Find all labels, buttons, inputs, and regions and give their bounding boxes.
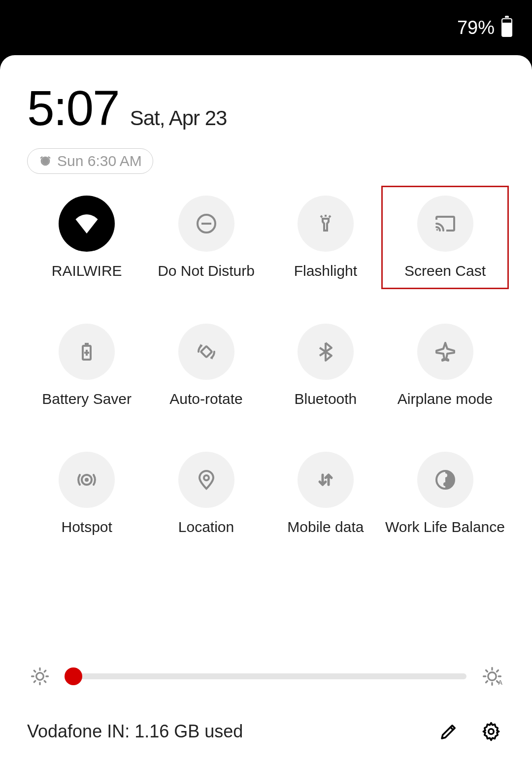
tile-battery-saver-label: Battery Saver	[42, 391, 132, 407]
data-usage-text[interactable]: Vodafone IN: 1.16 GB used	[27, 721, 420, 742]
svg-point-0	[42, 158, 49, 165]
svg-point-16	[443, 473, 447, 477]
svg-point-18	[36, 673, 44, 680]
work-life-icon	[433, 468, 457, 492]
gear-icon	[481, 721, 501, 742]
svg-line-4	[321, 216, 322, 217]
tile-battery-saver: Battery Saver	[27, 324, 146, 407]
footer-row: Vodafone IN: 1.16 GB used	[27, 718, 505, 750]
flashlight-icon	[314, 212, 337, 235]
tile-work-life-button[interactable]	[417, 452, 473, 508]
airplane-icon	[433, 340, 457, 364]
status-bar: 79%	[0, 0, 532, 55]
alarm-chip[interactable]: Sun 6:30 AM	[27, 148, 153, 174]
svg-point-12	[85, 478, 89, 482]
tile-hotspot: Hotspot	[27, 452, 146, 535]
tile-dnd-button[interactable]	[178, 196, 234, 252]
brightness-low-icon	[29, 665, 51, 687]
tile-location-label: Location	[178, 519, 234, 535]
alarm-text: Sun 6:30 AM	[57, 153, 142, 169]
tile-mobile-data-button[interactable]	[298, 452, 354, 508]
tile-screen-cast-button[interactable]	[417, 196, 473, 252]
quick-settings-panel: 5:07 Sat, Apr 23 Sun 6:30 AM RAILWIRE Do…	[0, 55, 532, 765]
svg-line-24	[44, 681, 46, 682]
tile-wifi-button[interactable]	[59, 196, 115, 252]
tile-screen-cast: Screen Cast	[381, 186, 509, 289]
tile-dnd-label: Do Not Disturb	[158, 263, 255, 279]
cast-icon	[433, 212, 457, 235]
tile-bluetooth-button[interactable]	[298, 324, 354, 380]
svg-line-37	[451, 727, 453, 730]
edit-button[interactable]	[435, 718, 463, 745]
hotspot-icon	[75, 468, 99, 492]
tile-screen-cast-label: Screen Cast	[404, 263, 486, 279]
brightness-row: A	[27, 665, 505, 687]
tile-auto-rotate: Auto-rotate	[146, 324, 266, 407]
svg-line-26	[44, 670, 46, 672]
location-icon	[195, 468, 218, 492]
tile-airplane-label: Airplane mode	[398, 391, 493, 407]
auto-rotate-icon	[195, 340, 218, 364]
clock-time[interactable]: 5:07	[27, 80, 119, 136]
tile-auto-rotate-button[interactable]	[178, 324, 234, 380]
tile-mobile-data: Mobile data	[266, 452, 385, 535]
battery-icon	[501, 18, 512, 37]
svg-line-23	[34, 670, 35, 672]
brightness-slider[interactable]	[66, 673, 466, 679]
tile-location-button[interactable]	[178, 452, 234, 508]
svg-line-25	[34, 681, 35, 682]
tile-dnd: Do Not Disturb	[146, 196, 266, 279]
tile-battery-saver-button[interactable]	[59, 324, 115, 380]
tile-flashlight: Flashlight	[266, 196, 385, 279]
battery-saver-icon	[75, 340, 99, 364]
tile-work-life: Work Life Balance	[385, 452, 505, 535]
mobile-data-icon	[314, 468, 337, 492]
wifi-icon	[72, 209, 101, 238]
pencil-icon	[438, 721, 459, 742]
battery-percent: 79%	[457, 17, 495, 38]
tile-work-life-label: Work Life Balance	[385, 519, 505, 535]
tile-airplane: Airplane mode	[385, 324, 505, 407]
svg-rect-11	[200, 346, 212, 358]
tile-airplane-button[interactable]	[417, 324, 473, 380]
tile-location: Location	[146, 452, 266, 535]
brightness-auto-icon[interactable]: A	[481, 665, 503, 687]
quick-tiles-grid: RAILWIRE Do Not Disturb Flashlight	[27, 196, 505, 535]
brightness-thumb[interactable]	[65, 667, 82, 685]
svg-point-14	[204, 475, 209, 480]
alarm-icon	[38, 154, 52, 168]
tile-flashlight-label: Flashlight	[294, 263, 357, 279]
svg-point-6	[436, 229, 438, 231]
tile-flashlight-button[interactable]	[298, 196, 354, 252]
svg-text:A: A	[498, 679, 502, 686]
tile-bluetooth: Bluetooth	[266, 324, 385, 407]
settings-button[interactable]	[477, 718, 505, 745]
tile-mobile-data-label: Mobile data	[287, 519, 364, 535]
bluetooth-icon	[314, 340, 337, 364]
tile-wifi: RAILWIRE	[27, 196, 146, 279]
tile-hotspot-label: Hotspot	[61, 519, 112, 535]
dnd-icon	[195, 212, 218, 235]
svg-line-5	[329, 216, 331, 217]
time-date-row: 5:07 Sat, Apr 23	[27, 80, 505, 136]
tile-bluetooth-label: Bluetooth	[295, 391, 357, 407]
tile-wifi-label: RAILWIRE	[52, 263, 122, 279]
svg-point-17	[443, 482, 447, 486]
svg-point-27	[488, 672, 497, 681]
svg-line-32	[486, 670, 488, 672]
clock-date[interactable]: Sat, Apr 23	[130, 106, 227, 130]
svg-line-35	[497, 670, 499, 672]
svg-line-34	[486, 681, 488, 683]
svg-point-38	[489, 729, 494, 734]
tile-hotspot-button[interactable]	[59, 452, 115, 508]
tile-auto-rotate-label: Auto-rotate	[169, 391, 242, 407]
